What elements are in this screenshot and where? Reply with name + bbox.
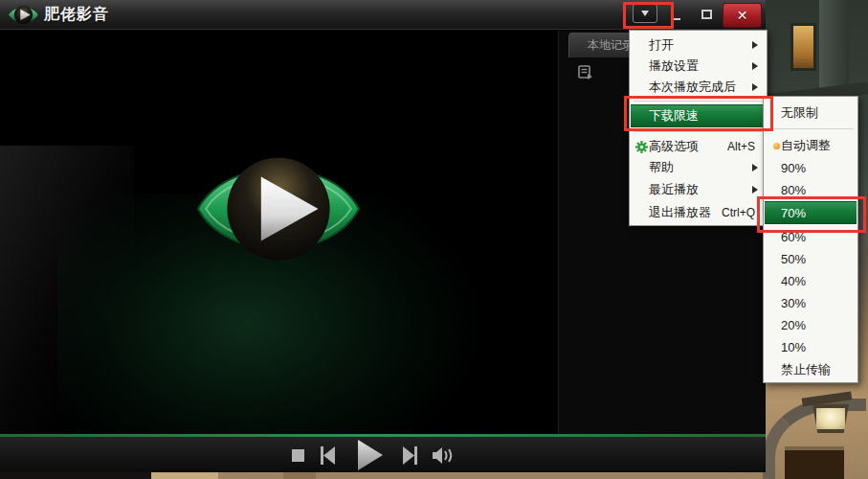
minimize-button[interactable] bbox=[666, 4, 685, 25]
wallpaper-lantern bbox=[812, 404, 849, 433]
menu-item-recent-play[interactable]: 最近播放 bbox=[631, 179, 766, 200]
menu-separator bbox=[768, 128, 854, 129]
close-button[interactable]: ✕ bbox=[723, 3, 762, 28]
menu-item-label: 本次播放完成后 bbox=[649, 79, 736, 96]
submenu-item-90[interactable]: 90% bbox=[765, 157, 857, 178]
tab-label: 本地记录 bbox=[588, 37, 634, 54]
submenu-item-unlimited[interactable]: 无限制 bbox=[765, 103, 857, 124]
menu-item-exit-player[interactable]: 退出播放器 Ctrl+Q bbox=[631, 202, 766, 223]
desktop: 肥佬影音 ✕ bbox=[0, 0, 868, 479]
stop-button[interactable] bbox=[292, 449, 304, 462]
selected-marker-icon bbox=[773, 143, 780, 149]
menu-item-label: 退出播放器 bbox=[649, 204, 711, 221]
playback-control-bar bbox=[0, 437, 766, 472]
menu-item-label: 帮助 bbox=[649, 159, 674, 176]
submenu-item-20[interactable]: 20% bbox=[765, 314, 857, 335]
menu-item-after-playback[interactable]: 本次播放完成后 bbox=[631, 77, 766, 98]
player-logo-watermark bbox=[196, 144, 361, 274]
minimize-icon bbox=[671, 18, 680, 20]
next-button[interactable] bbox=[401, 446, 419, 465]
submenu-item-label: 自动调整 bbox=[781, 137, 831, 154]
play-button[interactable] bbox=[358, 440, 383, 470]
maximize-button[interactable] bbox=[696, 4, 717, 25]
submenu-arrow-icon bbox=[752, 41, 758, 49]
submenu-arrow-icon bbox=[752, 186, 758, 194]
submenu-item-70[interactable]: 70% bbox=[765, 201, 857, 224]
submenu-item-label: 60% bbox=[781, 230, 806, 244]
submenu-arrow-icon bbox=[752, 164, 758, 171]
menu-separator bbox=[634, 131, 763, 132]
menu-item-help[interactable]: 帮助 bbox=[631, 157, 766, 178]
chevron-down-icon bbox=[641, 11, 649, 16]
submenu-item-label: 10% bbox=[781, 340, 806, 354]
title-bar: 肥佬影音 ✕ bbox=[0, 0, 766, 30]
volume-button[interactable] bbox=[433, 446, 454, 465]
menu-separator bbox=[634, 101, 763, 102]
app-title: 肥佬影音 bbox=[44, 5, 109, 25]
main-menu-panel: 打开 播放设置 本次播放完成后 下载限速 bbox=[629, 30, 768, 226]
menu-item-label: 下载限速 bbox=[649, 107, 699, 125]
submenu-item-label: 90% bbox=[781, 161, 806, 175]
submenu-item-30[interactable]: 30% bbox=[765, 292, 857, 313]
wallpaper-doorway bbox=[785, 446, 844, 479]
menu-item-open[interactable]: 打开 bbox=[631, 34, 766, 56]
submenu-item-label: 30% bbox=[781, 296, 806, 310]
submenu-item-60[interactable]: 60% bbox=[765, 226, 857, 247]
main-menu-dropdown-button[interactable] bbox=[633, 4, 657, 23]
submenu-item-label: 70% bbox=[781, 206, 806, 220]
previous-button[interactable] bbox=[319, 446, 337, 465]
download-limit-submenu-panel: 无限制 自动调整 90% 80% 70% 60% 50% 40% 30% 20% bbox=[763, 96, 858, 383]
maximize-icon bbox=[701, 10, 712, 19]
submenu-item-label: 20% bbox=[781, 318, 806, 332]
playlist-import-icon[interactable] bbox=[578, 65, 593, 80]
menu-item-download-limit[interactable]: 下载限速 bbox=[631, 104, 766, 127]
submenu-item-label: 40% bbox=[781, 274, 806, 288]
submenu-arrow-icon bbox=[752, 62, 758, 70]
submenu-item-auto-adjust[interactable]: 自动调整 bbox=[765, 135, 857, 156]
submenu-item-label: 无限制 bbox=[781, 104, 818, 122]
menu-item-playback-settings[interactable]: 播放设置 bbox=[631, 56, 766, 77]
gear-icon bbox=[635, 141, 648, 153]
app-logo-icon bbox=[8, 3, 39, 27]
submenu-item-50[interactable]: 50% bbox=[765, 248, 857, 269]
submenu-item-10[interactable]: 10% bbox=[765, 336, 857, 357]
submenu-item-block-transfer[interactable]: 禁止传输 bbox=[765, 359, 857, 380]
wallpaper-lit-window bbox=[790, 23, 816, 71]
menu-item-label: 播放设置 bbox=[649, 57, 699, 75]
menu-item-label: 高级选项 bbox=[649, 138, 699, 155]
submenu-item-label: 50% bbox=[781, 252, 806, 266]
submenu-item-40[interactable]: 40% bbox=[765, 270, 857, 291]
submenu-item-label: 80% bbox=[781, 183, 806, 197]
menu-item-label: 最近播放 bbox=[649, 181, 699, 198]
menu-shortcut: Ctrl+Q bbox=[722, 206, 755, 219]
menu-item-advanced-options[interactable]: 高级选项 Alt+S bbox=[631, 136, 766, 157]
close-icon: ✕ bbox=[737, 8, 748, 23]
submenu-item-label: 禁止传输 bbox=[781, 361, 831, 378]
submenu-item-80[interactable]: 80% bbox=[765, 179, 857, 200]
video-display-area bbox=[0, 31, 558, 436]
menu-shortcut: Alt+S bbox=[727, 140, 755, 153]
menu-item-label: 打开 bbox=[649, 36, 674, 54]
submenu-arrow-icon bbox=[752, 83, 758, 91]
